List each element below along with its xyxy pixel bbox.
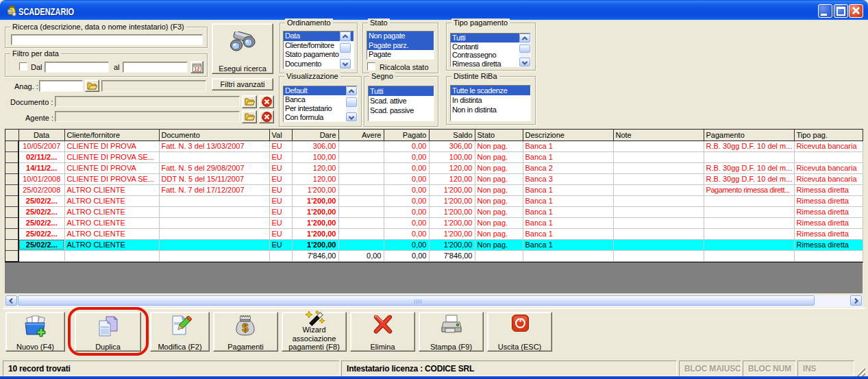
svg-text:12: 12 (195, 66, 200, 71)
svg-text:$: $ (242, 321, 249, 334)
